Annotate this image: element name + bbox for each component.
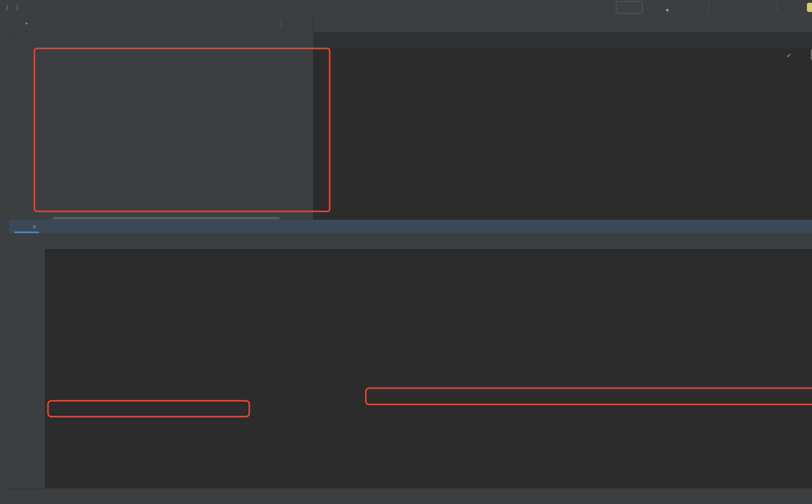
panel-options-button[interactable] [287,20,295,27]
project-panel-header: ▾ [9,15,313,32]
expand-all-button[interactable] [252,20,260,27]
hide-panel-button[interactable] [301,20,309,27]
spring-boot-icon [17,223,25,230]
console-actions-column [27,249,45,488]
profiler-button[interactable] [684,2,694,12]
editor-tab-row-2 [313,32,812,48]
line-number-gutter [313,48,348,220]
project-tree [9,32,313,220]
toolkit-icon[interactable] [52,2,62,12]
history-button[interactable] [752,2,762,12]
horizontal-scrollbar[interactable] [53,217,279,219]
search-everywhere-button[interactable] [783,2,793,12]
editor-tab-row-1 [313,15,812,32]
debug-toolbar [9,233,812,249]
rollback-button[interactable] [764,2,774,12]
git-commit-button[interactable] [728,2,738,12]
close-icon[interactable]: × [32,223,36,231]
left-tool-stripe [0,15,9,488]
debug-tool-window: × [0,220,812,488]
ide-window: { "colors":{"accent_blue":"#4A88C7","ann… [0,0,812,504]
next-problem-button[interactable] [804,52,810,58]
console-output[interactable] [45,249,812,488]
module-icon [23,3,30,11]
project-tool-window: ▾ [9,15,313,220]
prev-problem-button[interactable] [796,52,802,58]
editor-area: ✔ [313,15,812,220]
debug-button[interactable] [660,2,670,12]
editor-scrollbar[interactable] [811,50,812,60]
code-with-me-button[interactable] [40,2,50,12]
chevron-down-icon [633,5,638,10]
debug-session-tab[interactable]: × [17,220,36,233]
hide-debug-button[interactable] [797,222,806,231]
run-configuration-select[interactable] [616,1,643,14]
panel-icon [13,20,20,27]
chevron-down-icon: ▾ [25,20,28,27]
run-with-coverage-button[interactable] [672,2,682,12]
run-button[interactable] [648,2,658,12]
git-push-button[interactable] [740,2,750,12]
code-line [348,48,355,220]
debug-actions-column [9,249,27,488]
notification-icon[interactable] [807,3,812,12]
stop-button[interactable] [696,2,706,12]
editor-content[interactable]: ✔ [313,48,812,220]
spring-boot-icon [620,3,628,11]
git-update-button[interactable] [716,2,726,12]
breadcrumb-separator: ⟩ [5,4,9,11]
debug-header: × [0,220,812,233]
inspections-ok-icon: ✔ [787,51,791,59]
titlebar: ⟩ ⟩ [0,0,812,15]
select-opened-file-button[interactable] [238,20,246,27]
debug-settings-button[interactable] [777,222,785,231]
breadcrumb-separator: ⟩ [15,4,19,11]
collapse-all-button[interactable] [266,20,274,27]
settings-button[interactable] [795,2,805,12]
inspection-widget[interactable]: ✔ [787,51,810,59]
tool-window-bar [0,488,812,504]
